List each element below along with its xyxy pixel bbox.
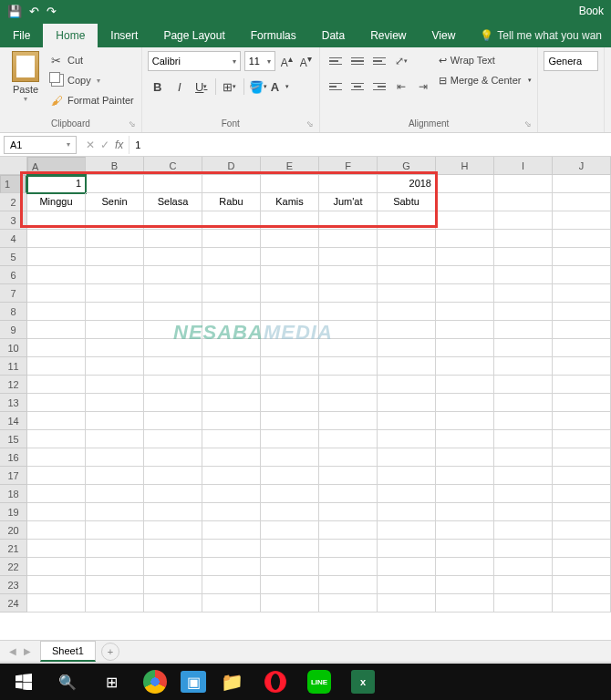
cell-C17[interactable]	[144, 467, 202, 485]
cell-I9[interactable]	[494, 321, 553, 339]
cell-B14[interactable]	[86, 412, 144, 430]
opera-button[interactable]	[257, 667, 294, 696]
cell-I3[interactable]	[494, 211, 553, 230]
cell-C8[interactable]	[144, 303, 202, 321]
cell-D6[interactable]	[202, 266, 261, 284]
cell-E5[interactable]	[261, 248, 319, 266]
cell-H15[interactable]	[436, 430, 494, 448]
cell-C22[interactable]	[144, 558, 202, 576]
cell-J15[interactable]	[553, 430, 611, 448]
col-header-D[interactable]: D	[202, 157, 261, 174]
cell-B5[interactable]	[86, 248, 144, 266]
cell-E3[interactable]	[261, 211, 319, 230]
cell-G1[interactable]: 2018	[378, 175, 436, 193]
cell-A2[interactable]: Minggu	[27, 193, 86, 211]
line-button[interactable]: LINE	[301, 667, 337, 696]
cell-H6[interactable]	[436, 266, 494, 284]
cell-I10[interactable]	[494, 339, 553, 357]
cell-C6[interactable]	[144, 266, 202, 284]
cell-J9[interactable]	[553, 321, 611, 339]
row-header-15[interactable]: 15	[0, 430, 27, 448]
cell-B12[interactable]	[86, 376, 144, 394]
cell-D12[interactable]	[202, 376, 261, 394]
align-bottom-button[interactable]	[369, 51, 389, 71]
number-format-select[interactable]: Genera	[544, 51, 598, 71]
file-explorer-button[interactable]: 📁	[213, 667, 250, 696]
col-header-G[interactable]: G	[378, 157, 436, 174]
increase-font-button[interactable]: A▴	[279, 54, 295, 69]
cell-J13[interactable]	[553, 394, 611, 412]
cell-D14[interactable]	[202, 412, 261, 430]
cell-G24[interactable]	[378, 594, 436, 612]
cell-G18[interactable]	[378, 485, 436, 503]
cell-C18[interactable]	[144, 485, 202, 503]
cell-F13[interactable]	[319, 394, 378, 412]
copy-button[interactable]: Copy▾	[49, 71, 136, 89]
cell-G12[interactable]	[378, 376, 436, 394]
cell-C5[interactable]	[144, 248, 202, 266]
tab-page-layout[interactable]: Page Layout	[150, 24, 237, 47]
cell-A9[interactable]	[27, 321, 86, 339]
cell-G19[interactable]	[378, 503, 436, 521]
cell-B24[interactable]	[86, 594, 144, 612]
cell-I17[interactable]	[494, 467, 553, 485]
cell-B9[interactable]	[86, 321, 144, 339]
row-header-12[interactable]: 12	[0, 376, 27, 394]
cell-C19[interactable]	[144, 503, 202, 521]
dialog-launcher-icon[interactable]: ⬂	[306, 119, 314, 129]
row-header-1[interactable]: 1	[0, 175, 27, 193]
cell-A18[interactable]	[27, 485, 86, 503]
cell-H19[interactable]	[436, 503, 494, 521]
cell-C15[interactable]	[144, 430, 202, 448]
cell-F19[interactable]	[319, 503, 378, 521]
font-size-select[interactable]: 11▾	[244, 51, 275, 71]
cell-G23[interactable]	[378, 576, 436, 594]
cell-B2[interactable]: Senin	[86, 193, 144, 211]
cell-C12[interactable]	[144, 376, 202, 394]
cell-F12[interactable]	[319, 376, 378, 394]
tab-nav-prev[interactable]: ◀	[9, 646, 16, 656]
cell-I5[interactable]	[494, 248, 553, 266]
orientation-button[interactable]: ⤢▾	[391, 51, 411, 71]
cell-E11[interactable]	[261, 357, 319, 376]
cell-A13[interactable]	[27, 394, 86, 412]
row-header-7[interactable]: 7	[0, 284, 27, 303]
row-header-10[interactable]: 10	[0, 339, 27, 357]
cell-B4[interactable]	[86, 230, 144, 248]
cell-G16[interactable]	[378, 448, 436, 467]
tab-review[interactable]: Review	[357, 24, 419, 47]
cell-J8[interactable]	[553, 303, 611, 321]
fx-icon[interactable]: fx	[115, 139, 123, 151]
cell-I1[interactable]	[494, 175, 553, 193]
cell-H18[interactable]	[436, 485, 494, 503]
cell-D19[interactable]	[202, 503, 261, 521]
align-top-button[interactable]	[326, 51, 346, 71]
cell-E18[interactable]	[261, 485, 319, 503]
cell-I19[interactable]	[494, 503, 553, 521]
cell-C20[interactable]	[144, 521, 202, 540]
cell-J17[interactable]	[553, 467, 611, 485]
cell-H9[interactable]	[436, 321, 494, 339]
cell-H17[interactable]	[436, 467, 494, 485]
cell-D13[interactable]	[202, 394, 261, 412]
row-header-9[interactable]: 9	[0, 321, 27, 339]
cell-D8[interactable]	[202, 303, 261, 321]
cell-A12[interactable]	[27, 376, 86, 394]
cell-F10[interactable]	[319, 339, 378, 357]
cell-J11[interactable]	[553, 357, 611, 376]
cell-D10[interactable]	[202, 339, 261, 357]
cell-F3[interactable]	[319, 211, 378, 230]
col-header-A[interactable]: A	[27, 157, 86, 177]
cell-H21[interactable]	[436, 540, 494, 558]
cell-H10[interactable]	[436, 339, 494, 357]
decrease-font-button[interactable]: A▾	[298, 54, 314, 69]
cell-F4[interactable]	[319, 230, 378, 248]
align-middle-button[interactable]	[347, 51, 368, 71]
cell-C9[interactable]	[144, 321, 202, 339]
cell-A22[interactable]	[27, 558, 86, 576]
cell-E12[interactable]	[261, 376, 319, 394]
cell-E22[interactable]	[261, 558, 319, 576]
decrease-indent-button[interactable]: ⇤	[391, 77, 411, 97]
cells-area[interactable]: 12018MingguSeninSelasaRabuKamisJum'atSab…	[27, 175, 611, 612]
cell-J12[interactable]	[553, 376, 611, 394]
